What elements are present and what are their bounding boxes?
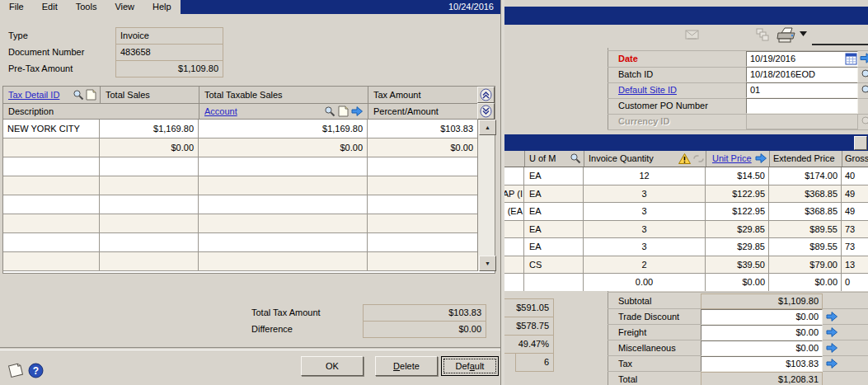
quantity-warning-icon[interactable]	[678, 153, 691, 164]
date-expand-blue-arrow-icon[interactable]	[860, 52, 868, 64]
scroll-down-arrow[interactable]: ▼	[479, 256, 496, 271]
tax-row[interactable]: NEW YORK CITY $1,169.80 $1,169.80 $103.8…	[3, 120, 477, 139]
tax-amount-column-header: Tax Amount	[368, 87, 477, 103]
extended-price-column-header: Extended Price	[773, 151, 841, 167]
document-number-label: Document Number	[8, 44, 84, 60]
tax-row[interactable]	[3, 195, 477, 214]
default-site-id-link[interactable]: Default Site ID	[618, 82, 677, 98]
tax-detail-id-column-link[interactable]: Tax Detail ID	[8, 90, 59, 100]
tax-detail-window: File Edit Tools View Help 10/24/2016 Typ…	[0, 0, 501, 385]
menu-view[interactable]: View	[106, 0, 143, 14]
uofm-lookup-magnifier-icon[interactable]	[570, 153, 581, 164]
printer-dropdown-arrow-icon[interactable]	[800, 31, 807, 37]
difference-value: $0.00	[363, 321, 486, 338]
lookup-magnifier-icon[interactable]	[73, 89, 84, 101]
trade-discount-expand-blue-arrow-icon[interactable]	[826, 311, 838, 322]
line-item-row[interactable]: (EAEA3$122.95$368.8549	[504, 203, 868, 221]
type-label: Type	[8, 27, 28, 44]
line-item-row[interactable]: 0.00$0.00$0.000	[504, 274, 868, 291]
summary-grid-line	[608, 292, 868, 293]
document-number-value: 483658	[115, 44, 223, 61]
currency-id-field-disabled	[746, 114, 858, 129]
unit-price-expand-blue-arrow-icon[interactable]	[755, 153, 767, 164]
calendar-icon[interactable]	[845, 53, 857, 65]
note-icon[interactable]	[86, 89, 96, 101]
total-tax-amount-label: Total Tax Amount	[251, 304, 321, 321]
tax-table-scrollbar[interactable]: ▲ ▼	[477, 120, 495, 271]
email-icon-disabled	[684, 28, 701, 41]
scroll-up-arrow[interactable]: ▲	[479, 120, 496, 135]
line-detail-button[interactable]	[854, 136, 867, 150]
tax-detail-table: Tax Detail ID Total Sales Total Taxable …	[2, 86, 495, 274]
invoice-entry-window: Date 10/19/2016 Batch ID 10/18/2016EOD D…	[504, 0, 868, 385]
delete-button[interactable]: Delete	[375, 356, 438, 376]
trade-discount-field[interactable]: $0.00	[701, 309, 823, 325]
side-total-value: $591.05	[504, 298, 554, 317]
note-icon[interactable]	[338, 106, 349, 117]
unit-price-column-link[interactable]: Unit Price	[712, 151, 753, 167]
default-site-id-field[interactable]: 01	[746, 82, 858, 98]
batch-id-label: Batch ID	[618, 67, 653, 82]
show-details-button[interactable]	[477, 87, 495, 103]
printer-icon[interactable]	[777, 26, 798, 44]
section-divider-bar	[504, 134, 868, 151]
menu-edit[interactable]: Edit	[33, 0, 67, 14]
total-value: $1,208.31	[701, 372, 823, 385]
freight-label: Freight	[618, 325, 646, 340]
line-item-row[interactable]: CS2$39.50$79.0013	[504, 256, 868, 275]
hide-details-button[interactable]	[477, 103, 495, 120]
default-button[interactable]: Default	[441, 356, 499, 376]
tax-row[interactable]	[3, 176, 477, 195]
total-taxable-sales-column-header: Total Taxable Sales	[199, 87, 368, 103]
customer-po-number-label: Customer PO Number	[618, 98, 708, 114]
menu-file[interactable]: File	[0, 0, 33, 14]
tax-row[interactable]	[3, 252, 477, 271]
field-grid-line	[608, 48, 608, 129]
line-item-row[interactable]: EA3$29.85$89.5573	[504, 238, 868, 256]
date-label: Date	[618, 51, 638, 67]
tax-row[interactable]	[3, 233, 477, 252]
date-field[interactable]: 10/19/2016	[746, 51, 858, 67]
svg-text:?: ?	[33, 365, 39, 377]
field-grid-line	[608, 129, 868, 130]
ok-button[interactable]: OK	[301, 356, 364, 376]
batch-id-field[interactable]: 10/18/2016EOD	[746, 67, 858, 82]
divider	[0, 347, 500, 350]
expand-blue-arrow-icon[interactable]	[351, 106, 364, 117]
percent-amount-column-header: Percent/Amount	[368, 103, 477, 120]
uofm-column-header: U of M	[529, 151, 569, 167]
tax-table-header: Tax Detail ID Total Sales Total Taxable …	[3, 87, 477, 120]
menu-tools[interactable]: Tools	[67, 0, 106, 14]
tax-row[interactable]	[3, 157, 477, 176]
line-item-row[interactable]: AP (IEA3$122.95$368.8549	[504, 185, 868, 204]
tax-row[interactable]: $0.00 $0.00 $0.00	[3, 139, 477, 157]
lookup-magnifier-icon[interactable]	[324, 106, 335, 117]
gross-profit-column-header: Gross Profit	[845, 151, 868, 167]
account-column-link[interactable]: Account	[204, 106, 237, 116]
menu-help[interactable]: Help	[143, 0, 181, 14]
note-attachment-icon[interactable]	[7, 361, 25, 379]
freight-expand-blue-arrow-icon[interactable]	[826, 326, 838, 338]
tax-field[interactable]: $103.83	[701, 356, 823, 372]
miscellaneous-expand-blue-arrow-icon[interactable]	[826, 342, 838, 354]
tax-label: Tax	[618, 356, 632, 372]
invoice-quantity-column-header: Invoice Quantity	[589, 151, 676, 167]
tax-expand-blue-arrow-icon[interactable]	[826, 358, 838, 369]
freight-field[interactable]: $0.00	[701, 325, 823, 340]
toolbar-edge-line	[812, 44, 868, 45]
batch-lookup-magnifier-icon[interactable]	[861, 68, 868, 81]
side-total-value: $578.75	[504, 317, 554, 336]
currency-id-label: Currency ID	[618, 114, 669, 129]
line-item-row[interactable]: EA3$29.85$89.5573	[504, 221, 868, 239]
help-icon[interactable]: ?	[28, 363, 44, 378]
miscellaneous-field[interactable]: $0.00	[701, 340, 823, 356]
pretax-amount-value: $1,109.80	[115, 60, 223, 77]
trade-discount-label: Trade Discount	[618, 309, 679, 325]
tax-row[interactable]	[3, 214, 477, 233]
difference-label: Difference	[251, 321, 293, 337]
site-lookup-magnifier-icon[interactable]	[861, 84, 868, 96]
line-item-row[interactable]: EA12$14.50$174.0040	[504, 167, 868, 185]
subtotal-value: $1,109.80	[701, 293, 823, 309]
customer-po-number-field[interactable]	[746, 98, 858, 114]
total-label: Total	[618, 372, 637, 385]
